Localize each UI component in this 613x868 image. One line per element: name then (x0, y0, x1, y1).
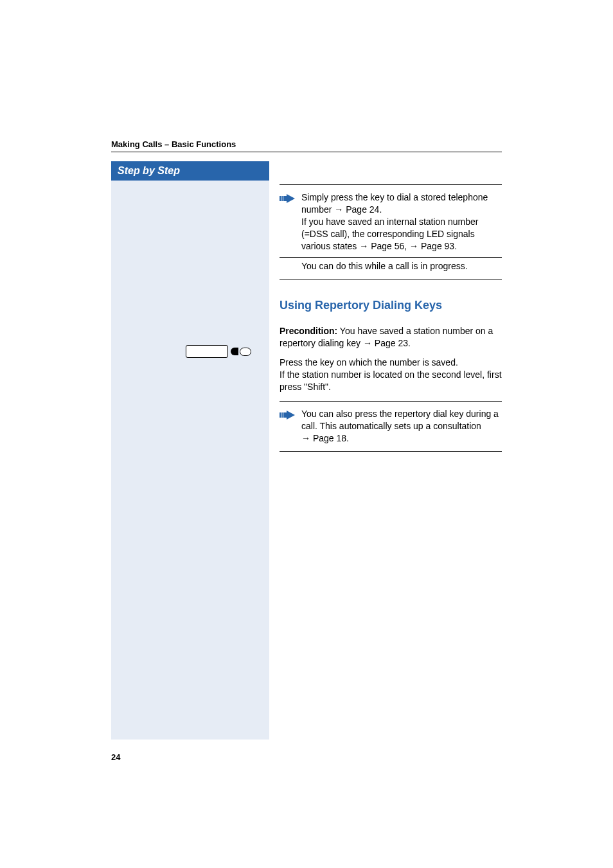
press-key-paragraph: Press the key on which the number is sav… (280, 357, 502, 393)
arrow-icon: → (334, 204, 343, 215)
precondition-page: Page 23. (372, 338, 411, 348)
precondition-paragraph: Precondition: You have saved a station n… (280, 325, 502, 350)
svg-marker-3 (287, 194, 295, 203)
note-icon-spacer (280, 260, 301, 261)
svg-rect-5 (281, 412, 283, 418)
main-content: Simply press the key to dial a stored te… (269, 161, 502, 466)
note2-text2: Page 18. (310, 433, 349, 443)
press-key-line2: If the station number is located on the … (280, 369, 502, 392)
info-arrow-icon (280, 408, 301, 424)
key-led-icon (240, 348, 251, 356)
sidebar-title: Step by Step (111, 161, 269, 181)
note1-line1b: Page 24. (343, 204, 382, 215)
note1-line3: You can do this while a call is in progr… (301, 260, 502, 272)
svg-rect-1 (281, 196, 283, 201)
two-column-layout: Step by Step Simply press the key to dia… (111, 161, 502, 740)
note2-text: You can also press the repertory dial ke… (301, 408, 502, 445)
note2-text1: You can also press the repertory dial ke… (301, 409, 499, 431)
svg-rect-4 (280, 412, 281, 418)
note-box-1: Simply press the key to dial a stored te… (280, 184, 502, 279)
arrow-icon: → (409, 241, 418, 251)
page-number: 24 (111, 752, 120, 762)
note-text-1: Simply press the key to dial a stored te… (301, 191, 502, 252)
running-head: Making Calls – Basic Functions (111, 139, 502, 149)
press-key-line1: Press the key on which the number is sav… (280, 357, 458, 368)
note2-row: You can also press the repertory dial ke… (280, 405, 502, 447)
arrow-icon: → (359, 241, 368, 251)
note1-line1a: Simply press the key to dial a stored te… (301, 192, 488, 215)
svg-rect-6 (283, 412, 287, 418)
svg-rect-2 (283, 196, 287, 201)
svg-rect-0 (280, 196, 281, 201)
sidebar: Step by Step (111, 161, 269, 740)
key-diagram (186, 345, 251, 358)
arrow-icon: → (301, 433, 310, 443)
note-row-2: You can do this while a call is in progr… (280, 257, 502, 275)
note-row-1: Simply press the key to dial a stored te… (280, 189, 502, 254)
precondition-label: Precondition: (280, 326, 337, 336)
arrow-icon: → (363, 338, 372, 348)
info-arrow-icon (280, 191, 301, 208)
key-button-icon (186, 345, 228, 358)
svg-marker-7 (287, 411, 295, 420)
note1-line2c: Page 93. (418, 241, 457, 251)
note-box-2: You can also press the repertory dial ke… (280, 401, 502, 452)
key-connector-icon (231, 348, 238, 355)
header-rule (111, 152, 502, 152)
section-heading: Using Repertory Dialing Keys (280, 297, 502, 313)
note1-line2b: Page 56, (368, 241, 409, 251)
